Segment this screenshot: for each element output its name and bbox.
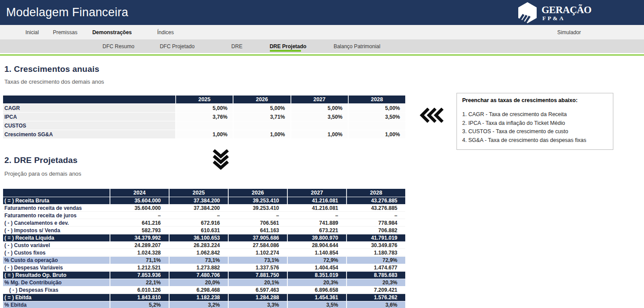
year-header: 2028 <box>346 189 405 197</box>
cell-value[interactable]: 5,00% <box>233 104 290 112</box>
page-title: Modelagem Financeira <box>0 6 128 19</box>
cell-value: 41.216.081 <box>287 205 346 211</box>
nav-item-simulador[interactable]: Simulador <box>557 29 581 35</box>
row-label: % Ebitda <box>3 301 110 308</box>
cell-value: 24.289.207 <box>110 242 169 248</box>
table-row: ( - ) Cancelamentos e dev.641.216672.916… <box>3 219 405 227</box>
section2-title: 2. DRE Projetadas <box>4 156 78 165</box>
cell-value[interactable]: 3,50% <box>348 113 405 121</box>
cell-value: 30.349.876 <box>346 242 405 248</box>
app-header: Modelagem Financeira GERAÇÃO FP&A <box>0 0 644 25</box>
cell-value[interactable]: 3,50% <box>290 113 348 121</box>
cell-value: 1.404.454 <box>287 264 346 271</box>
cell-value: 20,0% <box>169 279 228 286</box>
year-header: 2025 <box>175 96 233 103</box>
cell-value: 6.010.126 <box>110 287 169 293</box>
cell-value[interactable] <box>233 121 290 130</box>
cell-value: 1.062.842 <box>169 249 228 256</box>
table-row: ( - ) Custo variável24.289.20726.283.224… <box>3 242 405 249</box>
table-row: % Ebitda5,2%3,2%3,3%3,5%3,6% <box>3 301 405 308</box>
nav-item-inicial[interactable]: Inicial <box>25 29 39 35</box>
row-label: ( - ) Custos fixos <box>3 249 110 256</box>
cell-value: 41.216.081 <box>287 197 346 204</box>
cell-value: 72,9% <box>346 257 405 264</box>
nav-item-demonstracoes[interactable]: Demonstrações <box>92 29 132 35</box>
logo-text: GERAÇÃO FP&A <box>541 5 591 21</box>
table-row: CUSTOS <box>3 121 405 130</box>
year-header: 2025 <box>169 189 228 197</box>
cell-value: 673.221 <box>287 227 346 234</box>
year-header: 2027 <box>287 189 346 197</box>
year-header: 2026 <box>228 189 287 197</box>
cell-value[interactable]: 3,71% <box>233 113 290 121</box>
cell-value[interactable]: 1,00% <box>233 130 290 138</box>
row-label: ( = ) Ebitda <box>3 294 110 301</box>
cell-value: 41.791.019 <box>346 234 405 241</box>
table-row: % Mg. De Contribuição22,1%20,0%20,1%20,3… <box>3 279 405 286</box>
cell-value[interactable]: 5,00% <box>175 104 233 112</box>
table-row: CAGR5,00%5,00%5,00%5,00% <box>3 104 405 112</box>
tab-dre[interactable]: DRE <box>231 41 242 52</box>
green-divider <box>0 54 644 56</box>
cell-value: 6.896.658 <box>287 287 346 293</box>
cell-value: 1.102.274 <box>228 249 287 256</box>
cell-value: 73,1% <box>228 257 287 264</box>
table-row: ( - ) Custos fixos1.024.3281.062.8421.10… <box>3 249 405 256</box>
row-label: Crescimento SG&A <box>3 130 175 138</box>
row-label: CAGR <box>3 104 175 112</box>
cell-value: 34.379.992 <box>110 234 169 241</box>
year-header: 2024 <box>110 189 169 197</box>
cell-value[interactable]: 1,00% <box>290 130 348 138</box>
cell-value[interactable]: 3,76% <box>175 113 233 121</box>
cell-value: 73,1% <box>169 257 228 264</box>
cell-value: 5,2% <box>110 301 169 308</box>
tab-dre-projetado[interactable]: DRE Projetado <box>269 41 306 52</box>
cell-value: 706.561 <box>228 219 287 226</box>
cell-value[interactable]: 1,00% <box>348 130 405 138</box>
cell-value[interactable]: 5,00% <box>348 104 405 112</box>
row-label: ( - ) Impostos s/ Venda <box>3 227 110 234</box>
nav-item-indices[interactable]: Índices <box>157 29 174 35</box>
cell-value: 1.212.521 <box>110 264 169 271</box>
note-title: Preenchar as taxas de crescimentos abaix… <box>462 97 608 103</box>
table-header-row: 2025202620272028 <box>3 96 405 103</box>
cell-value: 3,5% <box>287 301 346 308</box>
logo-wordmark: GERAÇÃO <box>541 5 591 15</box>
triple-chevron-left-icon <box>420 108 444 123</box>
row-label: % Mg. De Contribuição <box>3 279 110 286</box>
tab-dfc-resumo[interactable]: DFC Resumo <box>103 41 134 52</box>
cell-value: 7.853.936 <box>110 272 169 279</box>
cell-value: 37.905.686 <box>228 234 287 241</box>
tab-balanco-patrimonial[interactable]: Balanço Patrimonial <box>333 41 380 52</box>
cell-value[interactable] <box>290 121 348 130</box>
cell-value[interactable] <box>175 121 233 130</box>
cell-value: 1.140.854 <box>287 249 346 256</box>
row-label: Faturamento receita de vendas <box>3 205 110 211</box>
table-row: ( - ) Despesas Fixas6.010.1266.298.4686.… <box>3 287 405 294</box>
year-header: 2027 <box>290 96 348 103</box>
cell-value: 706.882 <box>346 227 405 234</box>
cell-value: 1.843.810 <box>110 294 169 301</box>
cell-value: 1.024.328 <box>110 249 169 256</box>
cell-value: 582.793 <box>110 227 169 234</box>
row-label: ( = ) Receita Líquida <box>3 234 110 241</box>
instructions-note-box: Preenchar as taxas de crescimentos abaix… <box>456 93 613 150</box>
row-label: ( = ) Resultado Op. Bruto <box>3 272 110 279</box>
row-label: ( = ) Receita Bruta <box>3 197 110 204</box>
dre-projected-table: 20242025202620272028( = ) Receita Bruta3… <box>3 189 405 308</box>
row-label: ( - ) Custo variável <box>3 242 110 248</box>
year-header: 2026 <box>233 96 290 103</box>
cell-value[interactable]: 1,00% <box>175 130 233 138</box>
nav-item-premissas[interactable]: Premissas <box>53 29 78 35</box>
row-label: Faturamento receita de juros <box>3 212 110 219</box>
cell-value: 43.276.885 <box>346 205 405 211</box>
cell-value: 3,2% <box>169 301 228 308</box>
cell-value[interactable] <box>348 121 405 130</box>
cell-value[interactable]: 5,00% <box>290 104 348 112</box>
table-row: ( - ) Despesas Variáveis1.212.5211.273.8… <box>3 264 405 271</box>
cell-value: 20,3% <box>346 279 405 286</box>
cell-value: 8.785.683 <box>346 272 405 279</box>
cell-value: 28.904.644 <box>287 242 346 248</box>
cell-value: 7.881.750 <box>228 272 287 279</box>
tab-dfc-projetado[interactable]: DFC Projetado <box>160 41 195 52</box>
